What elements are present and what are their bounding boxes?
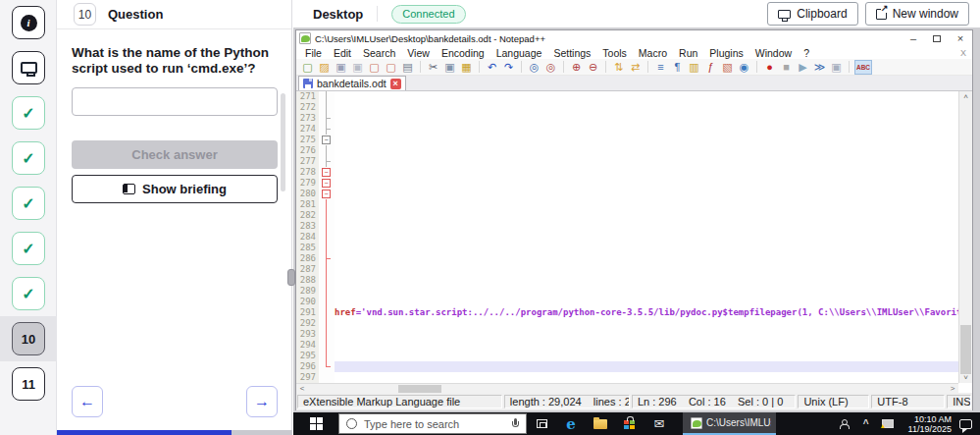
microphone-icon[interactable] (512, 418, 519, 430)
mail-button[interactable]: ✉ (645, 412, 674, 435)
people-button[interactable] (834, 412, 855, 435)
macro-record-icon[interactable]: ● (762, 60, 777, 75)
sidebar-question-answered-button[interactable]: ✓ (12, 277, 45, 310)
horizontal-scrollbar[interactable]: ˂ ˃ (296, 383, 958, 393)
copy-icon[interactable]: ▣ (442, 60, 457, 75)
save-icon[interactable]: ▣ (334, 60, 348, 75)
save-all-icon[interactable]: ▣ (350, 60, 365, 75)
spellcheck-abc-icon[interactable]: ABC (854, 60, 872, 75)
answer-input[interactable] (72, 87, 278, 116)
previous-question-button[interactable]: ← (72, 386, 103, 417)
macro-play-icon[interactable]: ▶ (796, 60, 810, 75)
redo-icon[interactable]: ↷ (501, 60, 516, 75)
vertical-scrollbar[interactable]: ˄ ˅ (958, 91, 972, 383)
menu-tools[interactable]: Tools (596, 47, 633, 59)
taskbar-clock[interactable]: 10:10 AM 11/19/2025 (908, 414, 952, 434)
tab-bankdetails[interactable]: bankdetails.odt × (298, 76, 406, 90)
menu-view[interactable]: View (401, 47, 436, 59)
notepad-titlebar[interactable]: C:\Users\IMLUser\Desktop\bankdetails.odt… (296, 30, 972, 46)
open-folder-icon[interactable]: ▨ (317, 60, 332, 75)
doc-monitor-icon[interactable]: ◉ (737, 60, 751, 75)
close-button[interactable]: × (949, 31, 972, 46)
sidebar-question-answered-button[interactable]: ✓ (12, 141, 45, 175)
function-list-icon[interactable]: ƒ (703, 60, 718, 75)
tab-close-icon[interactable]: × (390, 79, 401, 89)
sidebar-question-answered-button[interactable]: ✓ (12, 96, 45, 130)
fold-collapse-icon[interactable]: − (322, 168, 331, 177)
editor-area[interactable]: 271272273274275−276277278−279−280−281282… (296, 91, 972, 383)
menu-macro[interactable]: Macro (633, 47, 673, 59)
macro-stop-icon[interactable]: ■ (779, 60, 794, 75)
show-briefing-button[interactable]: Show briefing (72, 175, 278, 203)
next-question-button[interactable]: → (246, 386, 278, 417)
menu-edit[interactable]: Edit (328, 47, 357, 59)
paste-icon[interactable]: ▦ (459, 60, 474, 75)
fold-collapse-icon[interactable]: − (322, 136, 331, 144)
status-encoding[interactable]: UTF-8 (871, 395, 945, 408)
status-eol-format[interactable]: Unix (LF) (798, 395, 869, 408)
close-all-icon[interactable]: ▢ (384, 60, 398, 75)
new-file-icon[interactable]: ▢ (300, 60, 315, 75)
fold-line (326, 318, 327, 329)
menu-settings[interactable]: Settings (547, 47, 596, 59)
sidebar-question-answered-button[interactable]: ✓ (12, 232, 45, 265)
fold-collapse-icon[interactable]: − (322, 190, 331, 198)
print-icon[interactable]: ▤ (400, 60, 415, 75)
check-answer-button[interactable]: Check answer (72, 140, 278, 169)
taskbar-search-input[interactable]: Type here to search (338, 413, 527, 434)
task-view-button[interactable] (527, 412, 556, 435)
close-doc-icon[interactable]: ▢ (367, 60, 382, 75)
editor-line: 276 (296, 145, 972, 156)
replace-icon[interactable]: ◎ (543, 60, 558, 75)
scroll-up-icon[interactable]: ˄ (959, 91, 972, 102)
panel-resize-handle[interactable] (287, 269, 295, 286)
notepad-taskbar-button[interactable]: C:\Users\IMLUser\... (683, 412, 776, 435)
sync-v-icon[interactable]: ⇅ (611, 60, 626, 75)
undo-icon[interactable]: ↶ (485, 60, 499, 75)
edge-button[interactable]: e (556, 412, 586, 435)
sidebar-question-11-button[interactable]: 11 (12, 367, 45, 401)
menu-language[interactable]: Language (490, 47, 548, 59)
menu-search[interactable]: Search (357, 47, 401, 59)
panel-scrollbar-thumb[interactable] (281, 93, 285, 191)
cut-icon[interactable]: ✂ (426, 60, 440, 75)
progress-bar-fill (57, 430, 232, 435)
menu-file[interactable]: File (299, 47, 328, 59)
sidebar-desktop-button[interactable] (12, 51, 45, 84)
menu-encoding[interactable]: Encoding (436, 47, 490, 59)
sidebar-question-answered-button[interactable]: ✓ (12, 187, 45, 220)
sync-h-icon[interactable]: ⇄ (628, 60, 643, 75)
minimize-button[interactable]: – (902, 31, 925, 46)
menu-help[interactable]: ? (798, 47, 815, 59)
menubar-close-icon[interactable]: X (960, 48, 966, 58)
zoom-in-icon[interactable]: ⊕ (569, 60, 584, 75)
restore-button[interactable] (925, 31, 949, 46)
fold-collapse-icon[interactable]: − (322, 179, 331, 188)
scroll-down-icon[interactable]: ˅ (959, 372, 972, 383)
new-window-button[interactable]: New window (865, 2, 969, 26)
network-button[interactable]: ▲ (877, 412, 899, 435)
start-button[interactable] (293, 412, 338, 435)
find-icon[interactable]: ◎ (527, 60, 542, 75)
store-button[interactable] (615, 412, 645, 435)
file-explorer-button[interactable] (586, 412, 615, 435)
sidebar-question-10-button[interactable]: 10 (12, 322, 45, 355)
indent-guide-icon[interactable]: ▥ (687, 60, 701, 75)
clipboard-button[interactable]: Clipboard (767, 2, 857, 26)
vertical-scrollbar-thumb[interactable] (960, 325, 971, 374)
status-insert-mode[interactable]: INS (947, 395, 971, 408)
menu-plugins[interactable]: Plugins (703, 47, 748, 59)
doc-map-icon[interactable]: ▧ (720, 60, 735, 75)
horizontal-scrollbar-thumb[interactable] (398, 385, 441, 393)
fold-line (326, 210, 327, 221)
action-center-icon[interactable] (959, 419, 972, 429)
tray-expand-button[interactable]: ^ (855, 412, 877, 435)
menu-run[interactable]: Run (673, 47, 703, 59)
macro-save-icon[interactable]: ▣ (829, 60, 844, 75)
sidebar-info-button[interactable]: i (12, 6, 45, 39)
zoom-out-icon[interactable]: ⊖ (586, 60, 600, 75)
macro-run-multi-icon[interactable]: ≫ (812, 60, 827, 75)
word-wrap-icon[interactable]: ≡ (653, 60, 668, 75)
menu-window[interactable]: Window (749, 47, 798, 59)
show-all-chars-icon[interactable]: ¶ (670, 60, 685, 75)
